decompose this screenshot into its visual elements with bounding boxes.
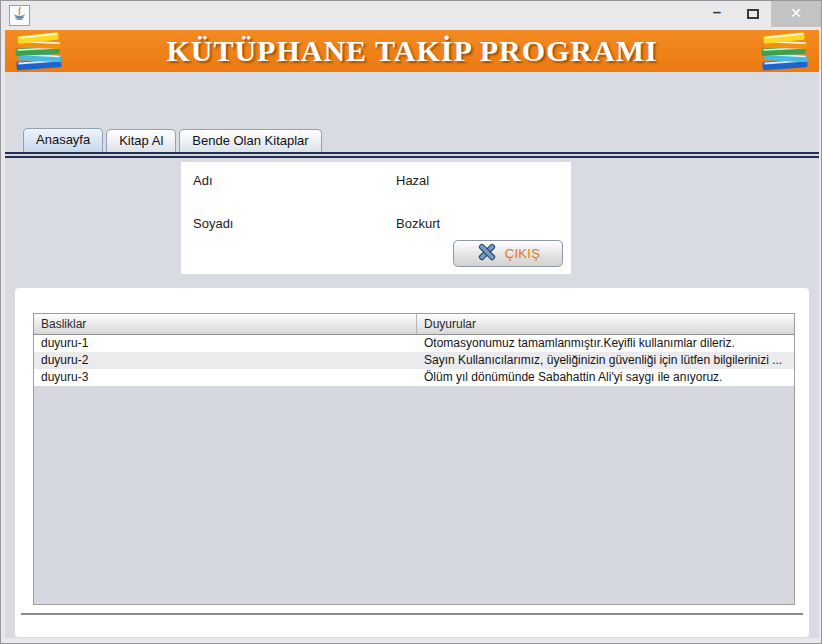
table-row[interactable]: duyuru-3 Ölüm yıl dönümünde Sabahattin A…: [34, 369, 794, 386]
tab-underline: [5, 152, 819, 158]
title-bar: – ✕: [1, 1, 821, 30]
window-controls: – ✕: [699, 1, 821, 27]
minimize-button[interactable]: –: [699, 1, 735, 27]
client-area: Anasayfa Kitap Al Bende Olan Kitaplar Ad…: [5, 72, 819, 638]
book-stack-icon-left: [11, 31, 67, 71]
exit-button[interactable]: ÇIKIŞ: [453, 240, 563, 267]
profile-panel: Adı Hazal Soyadı Bozkurt ÇIKIŞ: [181, 162, 571, 274]
name-value: Hazal: [396, 173, 429, 188]
book-stack-icon-right: [757, 31, 813, 71]
table-header-row: Basliklar Duyurular: [34, 314, 794, 335]
column-header-duyurular[interactable]: Duyurular: [417, 314, 794, 334]
window-menu-button[interactable]: [9, 5, 30, 26]
cell-text: Ölüm yıl dönümünde Sabahattin Ali'yi say…: [417, 369, 794, 386]
tab-bende-olan-kitaplar[interactable]: Bende Olan Kitaplar: [179, 129, 321, 152]
exit-button-label: ÇIKIŞ: [505, 246, 540, 261]
close-button[interactable]: ✕: [771, 1, 821, 27]
cell-title: duyuru-2: [34, 352, 417, 369]
maximize-button[interactable]: [735, 1, 771, 27]
surname-value: Bozkurt: [396, 216, 440, 231]
cell-text: Sayın Kullanıcılarımız, üyeliğinizin güv…: [417, 352, 794, 369]
cell-title: duyuru-3: [34, 369, 417, 386]
header-banner: KÜTÜPHANE TAKİP PROGRAMI: [5, 30, 819, 72]
tab-kitap-al[interactable]: Kitap Al: [106, 129, 176, 152]
panel-separator: [21, 613, 803, 615]
app-window: – ✕ KÜTÜPHANE TAKİP PROGRAMI: [0, 0, 822, 644]
maximize-icon: [747, 9, 759, 19]
name-label: Adı: [193, 173, 213, 188]
tab-bar: Anasayfa Kitap Al Bende Olan Kitaplar: [23, 128, 325, 152]
column-header-basliklar[interactable]: Basliklar: [34, 314, 417, 334]
page-title: KÜTÜPHANE TAKİP PROGRAMI: [67, 34, 757, 68]
surname-label: Soyadı: [193, 216, 233, 231]
table-row[interactable]: duyuru-1 Otomasyonumuz tamamlanmıştır.Ke…: [34, 335, 794, 352]
table-row[interactable]: duyuru-2 Sayın Kullanıcılarımız, üyeliği…: [34, 352, 794, 369]
announcements-panel: Basliklar Duyurular duyuru-1 Otomasyonum…: [15, 288, 809, 637]
announcements-table: Basliklar Duyurular duyuru-1 Otomasyonum…: [33, 313, 795, 605]
cell-title: duyuru-1: [34, 335, 417, 352]
cell-text: Otomasyonumuz tamamlanmıştır.Keyifli kul…: [417, 335, 794, 352]
tab-anasayfa[interactable]: Anasayfa: [23, 128, 103, 152]
java-icon: [12, 6, 27, 25]
blue-x-cross-icon: [476, 242, 498, 266]
